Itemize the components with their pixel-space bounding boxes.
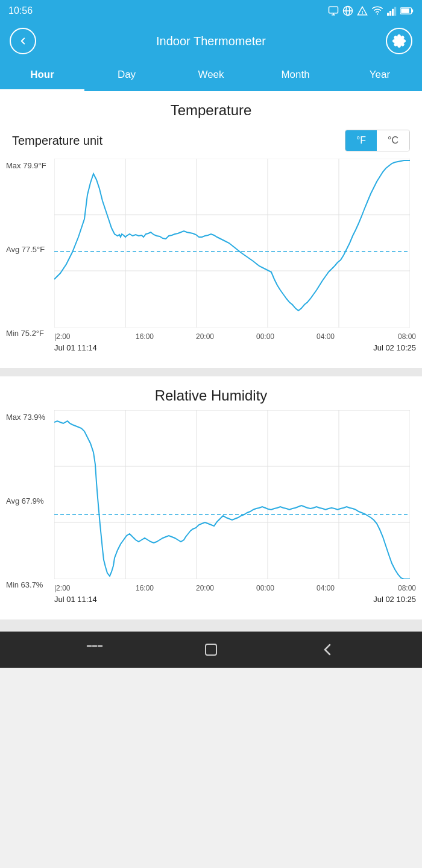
unit-label: Temperature unit xyxy=(12,134,102,148)
back-chevron-icon xyxy=(321,642,333,657)
settings-button[interactable] xyxy=(386,28,412,54)
globe-icon xyxy=(342,5,353,16)
unit-row: Temperature unit °F °C xyxy=(0,125,422,159)
temp-svg xyxy=(54,159,410,328)
svg-rect-9 xyxy=(387,13,389,16)
humidity-date-labels: Jul 01 11:14 Jul 02 10:25 xyxy=(54,592,416,604)
humidity-x-label-2: 20:00 xyxy=(175,584,235,592)
temp-x-label-4: 04:00 xyxy=(295,332,356,341)
wifi-icon xyxy=(371,5,383,16)
temp-date-end: Jul 02 10:25 xyxy=(373,343,416,352)
unit-toggle: °F °C xyxy=(345,130,410,151)
status-icons: ! xyxy=(328,5,414,16)
svg-rect-14 xyxy=(412,9,414,12)
svg-text:!: ! xyxy=(362,10,363,14)
humidity-x-label-5: 08:00 xyxy=(356,584,416,592)
humidity-chart: Max 73.9% Avg 67.9% Min 63.7% xyxy=(6,410,416,610)
humidity-avg-label: Avg 67.9% xyxy=(6,496,44,505)
humidity-y-labels: Max 73.9% Avg 67.9% Min 63.7% xyxy=(6,410,54,592)
humidity-x-label-0: |2:00 xyxy=(54,584,115,592)
svg-rect-10 xyxy=(389,11,391,16)
humidity-title: Relative Humidity xyxy=(0,376,422,410)
nav-menu-button[interactable] xyxy=(83,638,107,662)
humidity-date-end: Jul 02 10:25 xyxy=(373,595,416,604)
tab-bar: Hour Day Week Month Year xyxy=(0,60,422,91)
home-icon xyxy=(204,642,218,657)
monitor-icon xyxy=(328,5,339,16)
svg-rect-12 xyxy=(394,7,396,16)
temp-x-label-0: |2:00 xyxy=(54,332,115,341)
tab-week[interactable]: Week xyxy=(169,60,253,91)
svg-rect-0 xyxy=(329,7,338,13)
tab-day[interactable]: Day xyxy=(84,60,169,91)
humidity-x-label-1: 16:00 xyxy=(115,584,175,592)
signal-icon xyxy=(387,5,397,16)
tab-month[interactable]: Month xyxy=(253,60,338,91)
unit-celsius-button[interactable]: °C xyxy=(377,130,409,151)
status-bar: 10:56 ! xyxy=(0,0,422,22)
app-bar-title: Indoor Thermometer xyxy=(36,34,386,48)
temperature-chart: Max 79.9°F Avg 77.5°F Min 75.2°F xyxy=(6,159,416,358)
battery-icon xyxy=(400,7,414,15)
temp-x-label-2: 20:00 xyxy=(175,332,235,341)
bottom-separator xyxy=(0,619,422,632)
app-bar: Indoor Thermometer xyxy=(0,22,422,60)
back-button[interactable] xyxy=(10,28,36,54)
bottom-nav xyxy=(0,632,422,668)
humidity-x-labels: |2:00 16:00 20:00 00:00 04:00 08:00 xyxy=(54,581,416,592)
unit-fahrenheit-button[interactable]: °F xyxy=(345,130,377,151)
temp-avg-label: Avg 77.5°F xyxy=(6,245,45,254)
temp-y-labels: Max 79.9°F Avg 77.5°F Min 75.2°F xyxy=(6,159,54,340)
temp-min-label: Min 75.2°F xyxy=(6,329,44,338)
temperature-section: Temperature Temperature unit °F °C Max 7… xyxy=(0,91,422,368)
temp-svg-wrap xyxy=(54,159,416,330)
humidity-date-start: Jul 01 11:14 xyxy=(54,595,97,604)
humidity-max-label: Max 73.9% xyxy=(6,413,45,422)
temperature-title: Temperature xyxy=(0,91,422,125)
temp-x-label-1: 16:00 xyxy=(115,332,175,341)
temp-x-label-5: 08:00 xyxy=(356,332,416,341)
nav-home-button[interactable] xyxy=(199,638,223,662)
humidity-min-label: Min 63.7% xyxy=(6,580,43,589)
temp-date-labels: Jul 01 11:14 Jul 02 10:25 xyxy=(54,341,416,352)
svg-rect-15 xyxy=(401,8,409,13)
tab-hour[interactable]: Hour xyxy=(0,60,84,91)
temp-date-start: Jul 01 11:14 xyxy=(54,343,97,352)
alert-icon: ! xyxy=(357,5,368,16)
humidity-section: Relative Humidity Max 73.9% Avg 67.9% Mi… xyxy=(0,376,422,619)
humidity-svg-wrap xyxy=(54,410,416,581)
menu-lines-icon xyxy=(86,643,103,656)
svg-rect-42 xyxy=(206,644,216,655)
tab-year[interactable]: Year xyxy=(338,60,422,91)
temp-max-label: Max 79.9°F xyxy=(6,161,46,170)
status-time: 10:56 xyxy=(8,5,33,16)
temp-x-labels: |2:00 16:00 20:00 00:00 04:00 08:00 xyxy=(54,330,416,341)
humidity-svg xyxy=(54,410,410,579)
svg-point-8 xyxy=(377,13,378,14)
humidity-x-label-3: 00:00 xyxy=(235,584,295,592)
svg-rect-11 xyxy=(392,9,394,16)
humidity-x-label-4: 04:00 xyxy=(295,584,356,592)
section-separator xyxy=(0,368,422,376)
nav-back-button[interactable] xyxy=(315,638,339,662)
temp-x-label-3: 00:00 xyxy=(235,332,295,341)
